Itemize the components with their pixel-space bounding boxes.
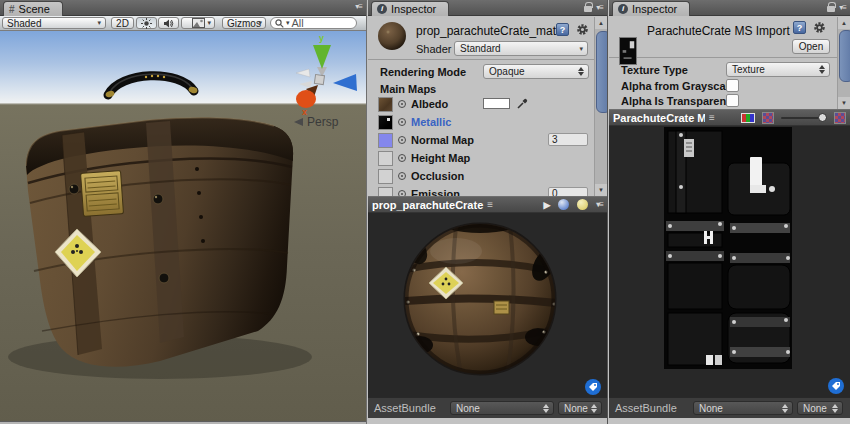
mip-level-slider[interactable] [781, 117, 827, 119]
texture-preview-area[interactable]: x1024 sRGB RGBA Compressed DXT5 0.7 [609, 126, 850, 397]
texture-target-icon[interactable] [398, 100, 406, 108]
texture-preview-image [664, 127, 792, 369]
scene-tabstrip: # Scene ▾≡ [0, 0, 366, 16]
rgb-channels-icon[interactable] [741, 113, 755, 123]
scene-search-input[interactable]: ▾ All [270, 17, 357, 29]
map-label-normal[interactable]: Normal Map [411, 134, 474, 146]
alpha-grayscale-label: Alpha from Grayscal [621, 80, 729, 92]
texture-type-dropdown[interactable]: Texture [726, 62, 830, 77]
alpha-grayscale-checkbox[interactable] [726, 79, 739, 92]
open-button[interactable]: Open [792, 39, 830, 54]
assetbundle-tag-icon[interactable] [828, 378, 844, 394]
drag-handle-icon[interactable]: ≡ [709, 112, 714, 123]
tab-scene[interactable]: # Scene [3, 1, 63, 16]
help-icon[interactable]: ? [556, 23, 569, 36]
texture-target-icon[interactable] [398, 172, 406, 180]
lock-icon[interactable] [827, 6, 835, 12]
axis-y-label: y [319, 33, 324, 43]
scroll-up-icon[interactable]: ▲ [595, 17, 607, 29]
scene-viewport[interactable]: y x Persp [0, 31, 366, 424]
help-icon[interactable]: ? [793, 21, 806, 34]
assetbundle-tag-icon[interactable] [585, 379, 601, 395]
enum-arrows-icon [832, 404, 838, 413]
chevron-down-icon: ▾ [286, 19, 290, 27]
occlusion-row: Occlusion [368, 168, 593, 185]
normal-map-thumbnail[interactable] [378, 133, 393, 148]
scene-audio-toggle[interactable] [158, 17, 179, 29]
texture-preview-header[interactable]: ParachuteCrate M ≡ [609, 109, 850, 126]
panel-menu-icon[interactable]: ▾≡ [596, 3, 603, 12]
draw-mode-dropdown[interactable]: Shaded ▾ [2, 17, 106, 29]
rendering-mode-label: Rendering Mode [380, 66, 466, 78]
slider-knob[interactable] [818, 113, 827, 122]
scroll-up-icon[interactable]: ▲ [838, 17, 850, 29]
map-label-height[interactable]: Height Map [411, 152, 470, 164]
orientation-gizmo[interactable]: y x [296, 33, 357, 117]
material-preview-area[interactable] [368, 213, 607, 397]
material-preview-sphere [368, 213, 608, 397]
height-map-thumbnail[interactable] [378, 151, 393, 166]
chevron-down-icon: ▾ [579, 45, 583, 53]
emission-thumbnail[interactable] [378, 187, 393, 196]
inspector-tabstrip: i Inspector ▾≡ [368, 0, 607, 16]
assetbundle-variant-dropdown[interactable]: None [797, 401, 843, 415]
tab-inspector-texture[interactable]: i Inspector [612, 1, 690, 16]
gear-icon[interactable] [813, 21, 826, 34]
panel-menu-icon[interactable]: ▾≡ [839, 3, 846, 12]
albedo-texture-thumbnail[interactable] [378, 97, 393, 112]
preview-light-button[interactable] [577, 199, 588, 210]
persp-label: Persp [307, 115, 338, 129]
mipmap-icon[interactable] [762, 112, 774, 124]
normal-scale-field[interactable]: 3 [548, 133, 588, 146]
scrollbar-thumb[interactable] [596, 31, 608, 113]
drag-handle-icon[interactable]: ≡ [487, 199, 492, 210]
assetbundle-label: AssetBundle [615, 402, 677, 414]
play-icon[interactable]: ▶ [543, 200, 550, 210]
inspector-scrollbar[interactable]: ▲ ▼ [837, 17, 850, 109]
lock-icon[interactable] [584, 6, 592, 12]
preview-menu-icon[interactable]: ▾≡ [596, 200, 603, 209]
inspector-scrollbar[interactable]: ▲ ▼ [594, 17, 607, 196]
2d-toggle-button[interactable]: 2D [111, 17, 134, 29]
texture-target-icon[interactable] [398, 118, 406, 126]
gizmos-dropdown[interactable]: Gizmos ▾ [222, 17, 266, 29]
preview-title: ParachuteCrate M [613, 112, 705, 124]
wrap-mode-icon[interactable] [834, 112, 846, 124]
assetbundle-dropdown[interactable]: None [693, 401, 793, 415]
material-preview-header[interactable]: prop_parachuteCrate ≡ ▶ ▾≡ [368, 196, 607, 213]
assetbundle-variant-dropdown[interactable]: None [558, 401, 602, 415]
eyedropper-icon[interactable] [516, 98, 528, 110]
perspective-toggle[interactable]: Persp [294, 115, 338, 129]
texture-target-icon[interactable] [398, 136, 406, 144]
search-icon [275, 19, 284, 28]
map-label-metallic[interactable]: Metallic [411, 116, 451, 128]
material-inspector-panel: i Inspector ▾≡ prop_parachuteCrate_mat ?… [368, 0, 608, 424]
chevron-down-icon: ▾ [207, 19, 211, 27]
panel-menu-icon[interactable]: ▾≡ [355, 2, 362, 11]
assetbundle-dropdown[interactable]: None [450, 401, 554, 415]
rendering-mode-dropdown[interactable]: Opaque [483, 64, 589, 79]
map-label-emission[interactable]: Emission [411, 188, 460, 196]
albedo-row: Albedo [368, 96, 593, 113]
tab-inspector-material[interactable]: i Inspector [371, 1, 449, 16]
gear-icon[interactable] [576, 23, 589, 36]
albedo-color-swatch[interactable] [483, 98, 510, 109]
shader-dropdown[interactable]: Standard ▾ [454, 41, 588, 56]
scrollbar-thumb[interactable] [839, 30, 850, 82]
scroll-down-icon[interactable]: ▼ [838, 97, 850, 109]
map-label-albedo[interactable]: Albedo [411, 98, 448, 110]
emission-value-field[interactable]: 0 [548, 187, 588, 196]
preview-sphere-button[interactable] [558, 199, 569, 210]
scroll-down-icon[interactable]: ▼ [595, 184, 607, 196]
scene-lighting-toggle[interactable] [136, 17, 157, 29]
metallic-texture-thumbnail[interactable] [378, 115, 393, 130]
normal-map-row: Normal Map 3 [368, 132, 593, 149]
map-label-occlusion[interactable]: Occlusion [411, 170, 464, 182]
scene-toolbar: Shaded ▾ 2D ▾ Gizmos ▾ ▾ All [0, 16, 366, 31]
occlusion-thumbnail[interactable] [378, 169, 393, 184]
scene-effects-dropdown[interactable]: ▾ [181, 17, 215, 29]
draw-mode-label: Shaded [7, 18, 41, 29]
alpha-transparent-checkbox[interactable] [726, 94, 739, 107]
texture-target-icon[interactable] [398, 154, 406, 162]
brass-plate [81, 171, 124, 217]
